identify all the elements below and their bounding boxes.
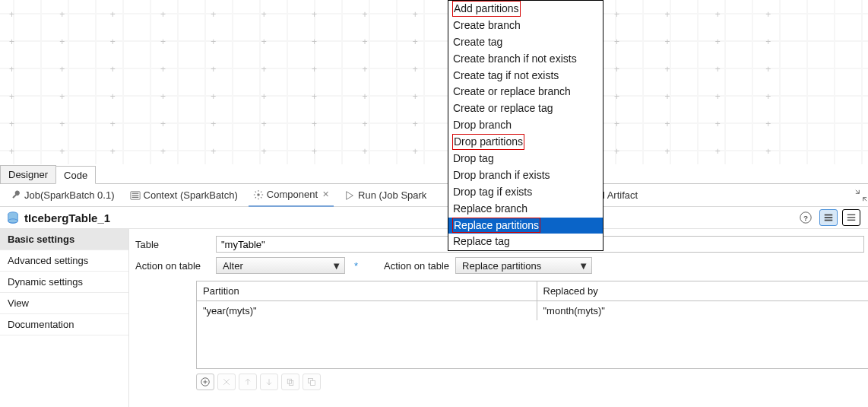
table-row[interactable]: "year(myts)" "month(myts)" — [197, 301, 868, 320]
play-icon — [344, 190, 355, 201]
dropdown-option[interactable]: Replace partitions — [448, 218, 603, 234]
view-label: Run (Job Spark — [358, 189, 426, 201]
list-view-icon[interactable] — [842, 209, 860, 226]
action-on-table-dropdown[interactable]: Add partitions Create branch Create tag … — [448, 0, 603, 251]
dropdown-option[interactable]: Create branch — [448, 17, 603, 34]
basic-settings-form: Table * Action on table Alter ▼ * Action… — [129, 229, 868, 407]
dropdown-option[interactable]: Create tag if not exists — [448, 68, 603, 84]
dropdown-option[interactable]: Drop branch if exists — [448, 167, 603, 184]
canvas-grid-row: + + + + + + + + + + + + + + + + — [0, 119, 868, 129]
settings-nav: Basic settings Advanced settings Dynamic… — [0, 229, 129, 407]
svg-rect-10 — [825, 217, 833, 218]
dropdown-option[interactable]: Drop tag — [448, 151, 603, 167]
action-on-table-select-1[interactable]: Alter ▼ — [216, 257, 345, 274]
svg-rect-1 — [131, 192, 138, 193]
dropdown-option[interactable]: Drop tag if exists — [448, 184, 603, 201]
partitions-table: Partition Replaced by "year(myts)" "mont… — [196, 281, 868, 369]
nav-dynamic-settings[interactable]: Dynamic settings — [0, 272, 128, 293]
svg-point-4 — [257, 193, 260, 196]
component-header: tIcebergTable_1 ? — [0, 207, 868, 228]
help-icon[interactable]: ? — [797, 209, 815, 226]
add-row-button[interactable] — [196, 374, 214, 390]
view-label: Context (SparkBatch) — [144, 189, 238, 201]
editor-tab-strip: Designer Code — [0, 164, 868, 184]
paste-button[interactable] — [303, 374, 321, 390]
dropdown-option[interactable]: Create branch if not exists — [448, 51, 603, 68]
view-run[interactable]: Run (Job Spark — [340, 184, 431, 207]
svg-rect-12 — [847, 215, 856, 215]
select-value: Alter — [223, 260, 243, 272]
svg-rect-3 — [131, 196, 138, 197]
chevron-down-icon: ▼ — [578, 260, 588, 272]
svg-rect-11 — [825, 220, 833, 221]
close-icon[interactable]: ✕ — [322, 189, 329, 199]
table-toolbar — [196, 374, 868, 390]
view-label: Job(SparkBatch 0.1) — [24, 189, 115, 201]
svg-rect-2 — [131, 195, 138, 196]
dropdown-option[interactable]: Add partitions — [448, 1, 603, 17]
move-up-button[interactable] — [239, 374, 257, 390]
dropdown-option[interactable]: Replace tag — [448, 234, 603, 250]
list-icon — [130, 190, 141, 201]
required-icon: * — [354, 260, 358, 272]
move-down-button[interactable] — [260, 374, 278, 390]
nav-advanced-settings[interactable]: Advanced settings — [0, 250, 128, 272]
view-label: Component — [267, 189, 318, 200]
compact-view-icon[interactable] — [819, 209, 838, 226]
dropdown-option[interactable]: Drop branch — [448, 117, 603, 134]
collapse-icon[interactable] — [854, 189, 868, 202]
svg-rect-14 — [847, 220, 856, 221]
svg-text:?: ? — [803, 214, 808, 222]
svg-rect-19 — [311, 381, 315, 386]
svg-rect-13 — [847, 217, 856, 218]
copy-button[interactable] — [281, 374, 299, 390]
wrench-icon — [11, 190, 21, 201]
nav-view[interactable]: View — [0, 293, 128, 314]
cell-partition[interactable]: "year(myts)" — [197, 301, 537, 320]
view-job[interactable]: Job(SparkBatch 0.1) — [6, 184, 119, 207]
canvas-grid-row: + + + + + + + + + + + + + + + + — [0, 64, 868, 75]
canvas-grid-row: + + + + + + + + + + + + + + + + — [0, 37, 868, 47]
col-header-replaced-by: Replaced by — [537, 281, 869, 300]
svg-rect-9 — [825, 215, 833, 216]
canvas-grid-row: + + + + + + + + + + + + + + + + — [0, 91, 868, 102]
table-label: Table — [135, 239, 210, 250]
nav-basic-settings[interactable]: Basic settings — [0, 229, 128, 250]
design-canvas[interactable]: + + + + + + + + + + + + + + + + + + + + … — [0, 0, 868, 164]
view-context[interactable]: Context (SparkBatch) — [125, 184, 242, 207]
action-on-table-label-2: Action on table — [384, 260, 449, 272]
view-component[interactable]: Component ✕ — [249, 184, 334, 207]
dropdown-option[interactable]: Create or replace tag — [448, 100, 603, 117]
action-on-table-label: Action on table — [135, 260, 210, 272]
select-value: Replace partitions — [462, 260, 541, 272]
cell-replaced-by[interactable]: "month(myts)" — [537, 301, 869, 320]
database-icon — [6, 211, 20, 224]
dropdown-option[interactable]: Drop partitions — [448, 134, 603, 151]
gear-icon — [253, 189, 264, 200]
views-tab-strip: Job(SparkBatch 0.1) Context (SparkBatch)… — [0, 184, 868, 207]
nav-documentation[interactable]: Documentation — [0, 314, 128, 335]
canvas-grid-row: + + + + + + + + + + + + + + + + — [0, 9, 868, 20]
dropdown-option[interactable]: Replace branch — [448, 201, 603, 218]
chevron-down-icon: ▼ — [331, 260, 341, 272]
remove-row-button[interactable] — [217, 374, 236, 390]
dropdown-option[interactable]: Create or replace branch — [448, 84, 603, 100]
col-header-partition: Partition — [197, 281, 537, 300]
action-on-table-select-2[interactable]: Replace partitions ▼ — [455, 257, 592, 274]
tab-designer[interactable]: Designer — [0, 165, 56, 183]
dropdown-option[interactable]: Create tag — [448, 34, 603, 51]
component-title: tIcebergTable_1 — [24, 211, 110, 224]
canvas-grid-row: + + + + + + + + + + + + + + + + — [0, 146, 868, 157]
tab-code[interactable]: Code — [55, 166, 96, 184]
